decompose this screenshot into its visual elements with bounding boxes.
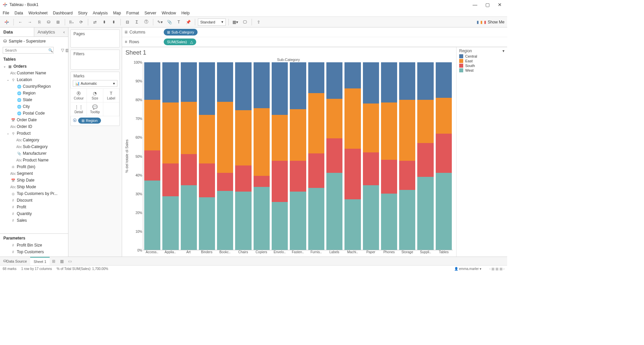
marks-tooltip[interactable]: 💬Tooltip: [87, 102, 103, 116]
segment-south[interactable]: [308, 153, 324, 188]
segment-south[interactable]: [344, 149, 361, 199]
segment-east[interactable]: [217, 102, 233, 173]
segment-central[interactable]: [272, 62, 288, 115]
field-orders[interactable]: ⌄▦Orders: [0, 63, 68, 70]
segment-south[interactable]: [290, 161, 306, 192]
field-sub-category[interactable]: AbcSub-Category: [0, 143, 68, 150]
segment-west[interactable]: [326, 173, 342, 250]
segment-east[interactable]: [199, 115, 215, 164]
columns-shelf[interactable]: iiiColumns ⊞ Sub-Category: [122, 27, 507, 37]
segment-west[interactable]: [144, 181, 160, 250]
bar-art[interactable]: [180, 62, 198, 250]
segment-central[interactable]: [162, 62, 178, 102]
segment-south[interactable]: [144, 150, 160, 181]
segment-south[interactable]: [363, 152, 379, 185]
menu-dashboard[interactable]: Dashboard: [53, 11, 73, 15]
field-postal-code[interactable]: 🌐Postal Code: [0, 110, 68, 117]
segment-west[interactable]: [436, 173, 452, 250]
minimize-button[interactable]: —: [473, 2, 477, 7]
chart-plot[interactable]: [143, 62, 453, 250]
tab-data[interactable]: Data: [0, 27, 34, 37]
field-manufacturer[interactable]: 📎Manufacturer: [0, 150, 68, 157]
field-city[interactable]: 🌐City: [0, 103, 68, 110]
segment-central[interactable]: [181, 62, 197, 102]
segment-west[interactable]: [181, 185, 197, 250]
legend-menu-icon[interactable]: ▾: [502, 49, 504, 53]
fit-dropdown[interactable]: Standard▾: [198, 18, 226, 26]
attach-icon[interactable]: 📎: [165, 18, 173, 26]
segment-south[interactable]: [235, 165, 251, 192]
field-product-name[interactable]: AbcProduct Name: [0, 157, 68, 163]
segment-east[interactable]: [144, 100, 160, 150]
sheet-tab[interactable]: Sheet 1: [30, 257, 50, 265]
field-sales[interactable]: #Sales: [0, 217, 68, 224]
bar-fasten[interactable]: [289, 62, 307, 250]
menu-map[interactable]: Map: [113, 11, 121, 15]
totals-icon[interactable]: Σ: [133, 18, 141, 26]
datasource-tab[interactable]: ⛁ Data Source: [0, 257, 30, 265]
segment-west[interactable]: [290, 192, 306, 250]
segment-east[interactable]: [308, 93, 324, 153]
tab-analytics[interactable]: Analytics‹: [34, 27, 68, 37]
tableau-icon[interactable]: [3, 18, 11, 26]
segment-central[interactable]: [308, 62, 324, 93]
presentation-icon[interactable]: 🖵: [241, 18, 249, 26]
segment-east[interactable]: [381, 102, 397, 160]
filter-icon[interactable]: ▽: [61, 47, 64, 53]
segment-west[interactable]: [308, 188, 324, 250]
field-state[interactable]: 🌐State: [0, 96, 68, 103]
segment-central[interactable]: [290, 62, 306, 109]
marktype-dropdown[interactable]: 📊 Automatic▾: [73, 80, 117, 87]
bar-binders[interactable]: [198, 62, 216, 250]
menu-help[interactable]: Help: [181, 11, 190, 15]
segment-central[interactable]: [144, 62, 160, 100]
field-discount[interactable]: #Discount: [0, 197, 68, 204]
segment-central[interactable]: [199, 62, 215, 115]
new-worksheet-icon[interactable]: ⊞: [54, 18, 62, 26]
abc-icon[interactable]: Ⓣ: [142, 18, 150, 26]
segment-west[interactable]: [381, 194, 397, 250]
field-quantity[interactable]: #Quantity: [0, 210, 68, 217]
bar-applia[interactable]: [161, 62, 179, 250]
segment-east[interactable]: [344, 88, 361, 148]
save-icon[interactable]: ⎘: [35, 18, 43, 26]
bar-envelo[interactable]: [271, 62, 289, 250]
segment-south[interactable]: [181, 154, 197, 185]
bar-paper[interactable]: [362, 62, 380, 250]
segment-west[interactable]: [399, 190, 415, 250]
bar-tables[interactable]: [435, 62, 453, 250]
segment-east[interactable]: [162, 102, 178, 163]
field-profit-bin-[interactable]: ılıProfit (bin): [0, 163, 68, 170]
segment-central[interactable]: [235, 62, 251, 110]
segment-south[interactable]: [254, 176, 270, 187]
pages-card[interactable]: Pages: [70, 29, 120, 48]
bar-machi[interactable]: [343, 62, 362, 250]
segment-south[interactable]: [399, 161, 415, 190]
marks-label[interactable]: TLabel: [103, 88, 119, 102]
segment-west[interactable]: [235, 192, 251, 250]
bar-furnis[interactable]: [307, 62, 325, 250]
sort-desc-icon[interactable]: ⬍: [110, 18, 118, 26]
pin-icon[interactable]: 📌: [184, 18, 192, 26]
maximize-button[interactable]: ▢: [485, 2, 490, 7]
legend-item-south[interactable]: South: [459, 63, 504, 68]
field-order-id[interactable]: AbcOrder ID: [0, 123, 68, 130]
group-icon[interactable]: ⊟: [123, 18, 131, 26]
segment-west[interactable]: [344, 199, 361, 250]
field-segment[interactable]: AbcSegment: [0, 170, 68, 177]
field-country-region[interactable]: 🌐Country/Region: [0, 83, 68, 90]
segment-west[interactable]: [217, 191, 233, 250]
segment-west[interactable]: [254, 187, 270, 250]
field-ship-mode[interactable]: AbcShip Mode: [0, 184, 68, 190]
swap-icon[interactable]: ⇄: [91, 18, 99, 26]
field-order-date[interactable]: 📅Order Date: [0, 117, 68, 123]
legend-item-east[interactable]: East: [459, 59, 504, 63]
segment-central[interactable]: [436, 62, 452, 98]
segment-east[interactable]: [235, 110, 251, 165]
bar-labels[interactable]: [325, 62, 343, 250]
menu-analysis[interactable]: Analysis: [93, 11, 108, 15]
share-icon[interactable]: ⇪: [255, 18, 263, 26]
menu-server[interactable]: Server: [145, 11, 156, 15]
segment-central[interactable]: [254, 62, 270, 108]
bar-suppli[interactable]: [416, 62, 434, 250]
